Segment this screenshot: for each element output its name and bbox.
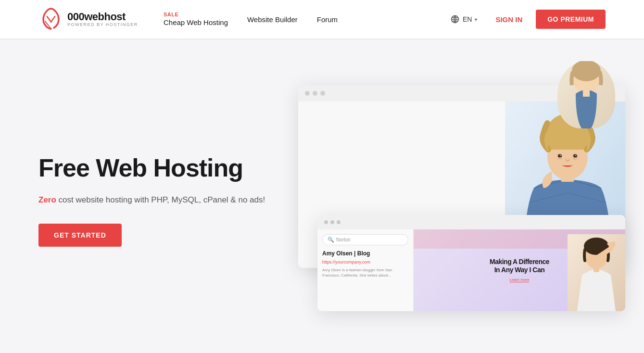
hero-section: Free Web Hosting Zero cost website hosti… <box>0 38 644 353</box>
search-icon-mock: 🔍 <box>328 237 334 243</box>
panel-learn-more: Learn more <box>510 277 530 282</box>
logo-icon <box>38 7 63 32</box>
main-nav: SALE Cheap Web Hosting Website Builder F… <box>154 8 445 30</box>
signin-button[interactable]: SIGN IN <box>490 12 528 27</box>
logo-text: 000webhost POWERED BY HOSTINGER <box>67 11 138 27</box>
navbar-right: EN ▾ SIGN IN GO PREMIUM <box>445 10 606 29</box>
browser-dot-3 <box>320 91 325 96</box>
browser-dot-5 <box>330 220 334 224</box>
nav-sale-label: SALE <box>164 12 228 18</box>
site-url-mock: https://yourcompany.com <box>322 260 408 265</box>
lang-selector[interactable]: EN ▾ <box>445 12 482 27</box>
panel-left: 🔍 Norton Amy Olsen | Blog https://yourco… <box>317 229 414 311</box>
get-started-button[interactable]: GET STARTED <box>38 224 122 247</box>
svg-rect-3 <box>583 90 590 97</box>
logo-main-text: 000webhost <box>67 11 138 23</box>
hero-description: Zero cost website hosting with PHP, MySQ… <box>38 193 289 206</box>
hero-desc-rest: cost website hosting with PHP, MySQL, cP… <box>56 195 265 204</box>
hero-right: 🔍 Norton Amy Olsen | Blog https://yourco… <box>298 80 606 321</box>
nav-item-forum[interactable]: Forum <box>307 12 347 27</box>
svg-point-12 <box>575 155 577 156</box>
chevron-down-icon: ▾ <box>475 17 477 22</box>
site-desc-mock: Amy Olsen is a fashion blogger from San … <box>322 267 408 278</box>
panel-text-overlay: Making A Difference In Any Way I Can Lea… <box>490 258 549 283</box>
panel-title-line1: Making A Difference <box>490 258 549 266</box>
browser-dot-1 <box>305 91 310 96</box>
search-input-mock: Norton <box>336 237 351 242</box>
hero-title: Free Web Hosting <box>38 154 289 182</box>
svg-point-11 <box>560 155 561 156</box>
secondary-browser-window: 🔍 Norton Amy Olsen | Blog https://yourco… <box>317 215 625 311</box>
nav-hosting-text: Cheap Web Hosting <box>164 18 228 26</box>
browser-bar-2 <box>317 215 625 229</box>
person-cutout-image <box>568 234 625 311</box>
site-name-mock: Amy Olsen | Blog <box>322 250 408 257</box>
navbar: 000webhost POWERED BY HOSTINGER SALE Che… <box>0 0 644 38</box>
logo-sub-text: POWERED BY HOSTINGER <box>67 23 138 27</box>
globe-icon <box>450 14 460 24</box>
panel-right-inner: Making A Difference In Any Way I Can Lea… <box>414 229 625 311</box>
panel-title-line2: In Any Way I Can <box>490 266 549 274</box>
floating-person-image <box>557 61 615 128</box>
hero-left: Free Web Hosting Zero cost website hosti… <box>38 154 289 247</box>
svg-point-2 <box>572 61 601 81</box>
browser-dot-4 <box>324 220 328 224</box>
browser-dot-2 <box>313 91 317 96</box>
lang-code: EN <box>463 15 472 23</box>
hero-desc-highlight: Zero <box>38 195 56 204</box>
nav-item-hosting[interactable]: SALE Cheap Web Hosting <box>154 8 238 30</box>
browser-2-content: 🔍 Norton Amy Olsen | Blog https://yourco… <box>317 229 625 311</box>
go-premium-button[interactable]: GO PREMIUM <box>536 10 606 29</box>
nav-item-builder[interactable]: Website Builder <box>238 12 307 27</box>
panel-right: Making A Difference In Any Way I Can Lea… <box>414 229 625 311</box>
logo-link[interactable]: 000webhost POWERED BY HOSTINGER <box>38 7 144 32</box>
search-bar-mock: 🔍 Norton <box>322 234 408 245</box>
browser-dot-6 <box>337 220 341 224</box>
